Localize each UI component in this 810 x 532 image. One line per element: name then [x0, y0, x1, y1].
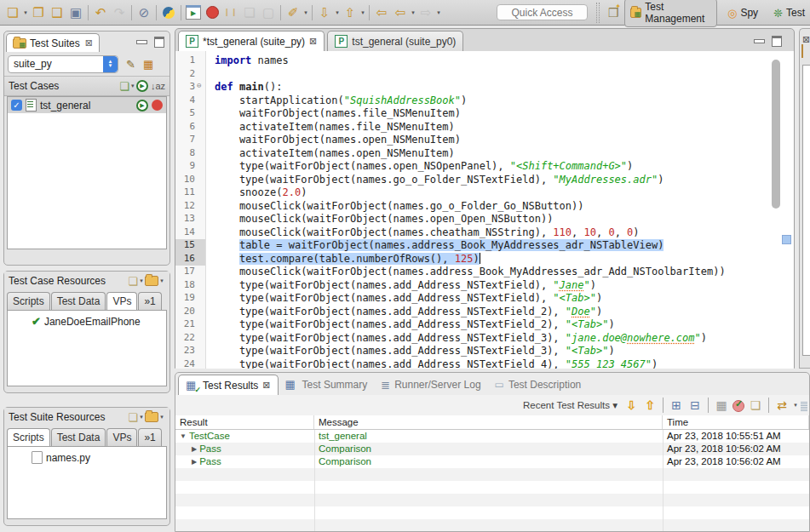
tab-test-data[interactable]: Test Data [51, 292, 106, 310]
open-test-suite-button[interactable]: ❑ [48, 3, 66, 22]
tab-test-summary[interactable]: ▦ Test Summary [279, 375, 375, 395]
code-line[interactable]: type(waitForObject(names.open_NSOpenPane… [215, 160, 794, 174]
new-test-case-dropdown[interactable]: ▾ [129, 83, 136, 89]
undo-button[interactable]: ↶ [91, 3, 110, 22]
close-icon[interactable]: ⊠ [262, 380, 270, 391]
code-line[interactable]: type(waitForObject(names.add_Address_NST… [215, 279, 794, 293]
tab-vps[interactable]: VPs [106, 428, 137, 446]
tab-overflow[interactable]: »1 [138, 428, 161, 446]
editor-scrollbar[interactable] [772, 60, 780, 209]
prev-failure-icon[interactable]: ⇧ [641, 397, 658, 414]
vp-pass-icon[interactable]: ✓ [732, 398, 745, 412]
code-line[interactable]: mouseClick(waitForObject(names.address_B… [215, 266, 794, 279]
code-line[interactable]: table = waitForObject(names.address_Book… [215, 239, 794, 253]
open-perspective-icon[interactable]: ❒✦ [608, 6, 619, 20]
suite-grid-icon[interactable]: ▦ [143, 58, 153, 71]
code-line[interactable]: type(waitForObject(names.add_Address_NST… [215, 332, 794, 346]
tab-overflow[interactable]: »1 [138, 292, 161, 310]
minimize-button[interactable] [136, 40, 147, 44]
export-logs-dropdown[interactable]: ▾ [359, 9, 366, 16]
code-line[interactable]: activateItem(names.file_NSMenuItem) [215, 121, 794, 134]
new-test-suite-dropdown[interactable]: ▾ [22, 9, 29, 16]
editor-code[interactable]: import namesdef main(): startApplication… [206, 51, 794, 369]
code-line[interactable]: startApplication("SquishAddressBook") [215, 94, 794, 108]
launch-aut-button[interactable]: ▶ [184, 3, 203, 22]
new-folder-icon[interactable] [145, 412, 158, 422]
expand-arrow-icon[interactable]: ▶ [192, 443, 197, 455]
new-file-dropdown[interactable]: ▾ [138, 277, 145, 284]
close-icon[interactable]: ⊠ [85, 37, 93, 49]
perspective-test-management[interactable]: ▦ Test Management [624, 0, 717, 27]
code-line[interactable]: def main(): [215, 81, 794, 94]
column-message[interactable]: Message [314, 415, 663, 429]
new-folder-icon[interactable] [145, 276, 158, 286]
result-row[interactable]: ▼TestCasetst_generalApr 23, 2018 10:55:5… [175, 430, 809, 443]
column-result[interactable]: Result [175, 415, 314, 429]
new-vp-icon[interactable]: ❏ [747, 397, 764, 414]
code-line[interactable]: waitForObject(names.open_NSMenuItem) [215, 134, 794, 147]
new-file-icon[interactable]: ❏ [128, 411, 138, 424]
suite-selector[interactable]: suite_py ▲▼ [8, 55, 118, 73]
new-folder-dropdown[interactable]: ▾ [158, 277, 165, 284]
import-logs-dropdown[interactable]: ▾ [334, 9, 341, 16]
save-button[interactable]: ▣ [66, 3, 85, 22]
tab-scripts[interactable]: Scripts [7, 428, 50, 446]
code-line[interactable]: type(waitForObject(names.add_Address_NST… [215, 306, 794, 319]
checkbox-checked-icon[interactable]: ✓ [11, 100, 22, 111]
import-logs-button[interactable]: ⇩ [315, 3, 334, 22]
results-table-header[interactable]: Result Message Time [175, 415, 809, 430]
filter-dropdown[interactable]: ▾ [792, 402, 799, 409]
back-dropdown[interactable]: ▾ [410, 9, 416, 16]
tab-test-data[interactable]: Test Data [51, 428, 106, 446]
edge-cut-icon[interactable]: ▤ [801, 397, 807, 414]
quick-access-input[interactable] [497, 4, 588, 20]
python-icon[interactable] [159, 3, 178, 22]
tab-test-description[interactable]: ▭ Test Description [488, 375, 589, 395]
record-test-case-button[interactable] [152, 100, 163, 111]
pick-object-button[interactable]: ⊘ [135, 3, 153, 22]
suite-selector-stepper[interactable]: ▲▼ [103, 56, 118, 72]
test-case-row-tst-general[interactable]: ✓ tst_general ▶ [8, 97, 166, 113]
expand-all-icon[interactable]: ⊞ [668, 397, 685, 414]
perspective-test-debugging[interactable]: ❊ Test [768, 5, 810, 21]
tab-test-results[interactable]: ▦✓ Test Results ⊠ [178, 375, 279, 395]
export-logs-button[interactable]: ⇧ [341, 3, 359, 22]
new-test-case-icon[interactable]: ❏ [119, 80, 129, 93]
code-line[interactable]: waitForObject(names.file_NSMenuItem) [215, 107, 794, 121]
jump-last-edit-button[interactable]: ⇦ [372, 3, 391, 22]
result-row[interactable]: ▶PassComparisonApr 23, 2018 10:56:02 AM [175, 455, 809, 468]
filter-icon[interactable]: ⇄ [773, 397, 790, 414]
perspective-spy[interactable]: ◎ Spy [722, 5, 763, 21]
maximize-button[interactable] [772, 36, 782, 47]
code-line[interactable]: type(waitForObject(names.add_Address_NST… [215, 358, 794, 369]
run-test-suite-button[interactable]: ▶ [136, 80, 148, 92]
forward-dropdown[interactable]: ▾ [435, 9, 442, 16]
new-folder-dropdown[interactable]: ▾ [158, 414, 165, 420]
new-test-suite-button[interactable]: ❏ [3, 3, 22, 22]
close-icon[interactable]: ⊠ [800, 29, 810, 45]
record-button[interactable] [203, 3, 221, 22]
tab-test-suites[interactable]: ▦ Test Suites ⊠ [6, 33, 100, 52]
close-icon[interactable]: ⊠ [309, 36, 317, 47]
code-line[interactable]: activateItem(names.open_NSMenuItem) [215, 147, 794, 161]
expand-arrow-icon[interactable]: ▼ [180, 430, 187, 443]
object-map-dropdown[interactable]: ▾ [302, 9, 309, 16]
new-file-icon[interactable]: ❏ [128, 275, 138, 288]
expand-arrow-icon[interactable]: ▶ [192, 455, 197, 468]
code-line[interactable]: import names [215, 54, 794, 68]
collapse-all-icon[interactable]: ⊟ [686, 397, 704, 414]
next-failure-icon[interactable]: ⇩ [623, 397, 640, 414]
editor-tab-inactive[interactable]: P tst_general (suite_py0) [327, 31, 463, 51]
tab-scripts[interactable]: Scripts [7, 292, 50, 310]
code-line[interactable]: mouseClick(waitForObject(names.go_o_Fold… [215, 200, 794, 214]
code-line[interactable]: mouseClick(waitForObject(names.open_Open… [215, 213, 794, 226]
recent-test-results-dropdown[interactable]: Recent Test Results ▾ [523, 399, 618, 411]
new-test-case-button[interactable]: ❐ [29, 3, 48, 22]
suite-settings-icon[interactable]: ✎ [126, 58, 135, 71]
maximize-button[interactable] [154, 37, 164, 48]
minimize-button[interactable] [754, 39, 765, 43]
code-line[interactable]: type(waitForObject(names.go_o_Folder_NST… [215, 174, 794, 187]
object-map-button[interactable]: ✐ [284, 3, 302, 22]
code-line[interactable]: mouseClick(waitForObject(names.cheatham_… [215, 226, 794, 240]
code-line[interactable]: type(waitForObject(names.add_Address_NST… [215, 345, 794, 358]
